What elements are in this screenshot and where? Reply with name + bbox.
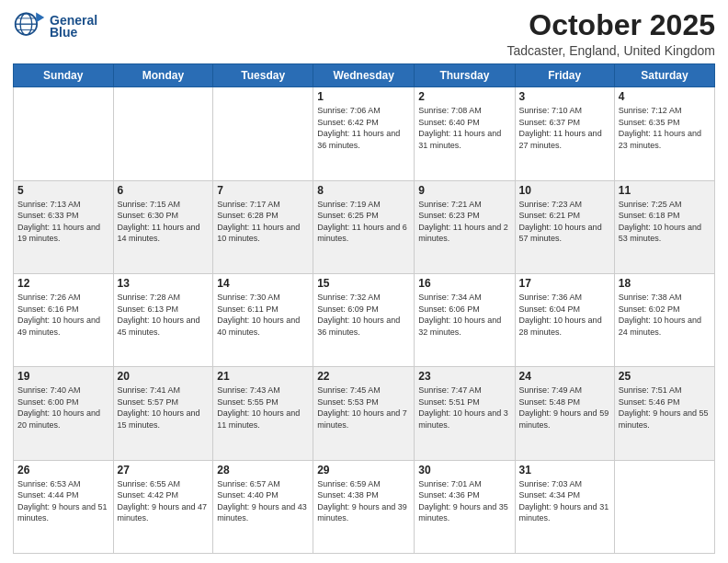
calendar-cell: 7Sunrise: 7:17 AMSunset: 6:28 PMDaylight… bbox=[213, 180, 313, 273]
col-thursday: Thursday bbox=[415, 64, 515, 87]
day-number: 17 bbox=[519, 277, 610, 290]
col-monday: Monday bbox=[113, 64, 213, 87]
day-number: 12 bbox=[17, 277, 109, 290]
day-number: 3 bbox=[519, 90, 610, 103]
calendar-cell: 22Sunrise: 7:45 AMSunset: 5:53 PMDayligh… bbox=[313, 367, 415, 460]
calendar-cell bbox=[113, 87, 213, 180]
day-number: 7 bbox=[217, 184, 309, 197]
day-info: Sunrise: 6:57 AMSunset: 4:40 PMDaylight:… bbox=[217, 478, 309, 524]
calendar-cell: 11Sunrise: 7:25 AMSunset: 6:18 PMDayligh… bbox=[614, 180, 714, 273]
day-info: Sunrise: 7:43 AMSunset: 5:55 PMDaylight:… bbox=[217, 385, 309, 431]
day-info: Sunrise: 7:26 AMSunset: 6:16 PMDaylight:… bbox=[17, 292, 109, 338]
header: General Blue October 2025 Tadcaster, Eng… bbox=[13, 9, 715, 58]
day-info: Sunrise: 6:53 AMSunset: 4:44 PMDaylight:… bbox=[17, 478, 109, 524]
calendar-cell: 1Sunrise: 7:06 AMSunset: 6:42 PMDaylight… bbox=[313, 87, 415, 180]
day-number: 5 bbox=[17, 184, 109, 197]
month-title: October 2025 bbox=[507, 9, 715, 41]
calendar-cell: 9Sunrise: 7:21 AMSunset: 6:23 PMDaylight… bbox=[415, 180, 515, 273]
day-info: Sunrise: 7:06 AMSunset: 6:42 PMDaylight:… bbox=[317, 105, 410, 151]
calendar-cell bbox=[213, 87, 313, 180]
day-number: 1 bbox=[317, 90, 410, 103]
calendar-header-row: Sunday Monday Tuesday Wednesday Thursday… bbox=[14, 64, 715, 87]
calendar-cell: 20Sunrise: 7:41 AMSunset: 5:57 PMDayligh… bbox=[113, 367, 213, 460]
day-info: Sunrise: 7:28 AMSunset: 6:13 PMDaylight:… bbox=[118, 292, 210, 338]
day-info: Sunrise: 7:15 AMSunset: 6:30 PMDaylight:… bbox=[118, 199, 210, 245]
day-info: Sunrise: 7:25 AMSunset: 6:18 PMDaylight:… bbox=[619, 199, 711, 245]
calendar-cell: 2Sunrise: 7:08 AMSunset: 6:40 PMDaylight… bbox=[415, 87, 515, 180]
day-number: 24 bbox=[519, 370, 610, 383]
col-tuesday: Tuesday bbox=[213, 64, 313, 87]
location: Tadcaster, England, United Kingdom bbox=[507, 43, 715, 58]
day-info: Sunrise: 7:17 AMSunset: 6:28 PMDaylight:… bbox=[217, 199, 309, 245]
calendar-cell: 13Sunrise: 7:28 AMSunset: 6:13 PMDayligh… bbox=[113, 273, 213, 366]
day-number: 21 bbox=[217, 370, 309, 383]
logo-icon bbox=[13, 9, 46, 42]
day-info: Sunrise: 7:23 AMSunset: 6:21 PMDaylight:… bbox=[519, 199, 610, 245]
day-info: Sunrise: 7:30 AMSunset: 6:11 PMDaylight:… bbox=[217, 292, 309, 338]
day-number: 19 bbox=[17, 370, 109, 383]
day-number: 23 bbox=[418, 370, 510, 383]
col-sunday: Sunday bbox=[14, 64, 114, 87]
day-number: 22 bbox=[317, 370, 410, 383]
calendar-cell: 18Sunrise: 7:38 AMSunset: 6:02 PMDayligh… bbox=[614, 273, 714, 366]
page: General Blue October 2025 Tadcaster, Eng… bbox=[0, 0, 728, 563]
day-number: 25 bbox=[619, 370, 711, 383]
day-info: Sunrise: 7:01 AMSunset: 4:36 PMDaylight:… bbox=[418, 478, 510, 524]
day-number: 29 bbox=[317, 464, 410, 477]
day-info: Sunrise: 7:38 AMSunset: 6:02 PMDaylight:… bbox=[619, 292, 711, 338]
calendar-cell: 21Sunrise: 7:43 AMSunset: 5:55 PMDayligh… bbox=[213, 367, 313, 460]
col-saturday: Saturday bbox=[614, 64, 714, 87]
day-number: 31 bbox=[519, 464, 610, 477]
day-number: 8 bbox=[317, 184, 410, 197]
calendar-cell: 17Sunrise: 7:36 AMSunset: 6:04 PMDayligh… bbox=[515, 273, 614, 366]
calendar-cell: 24Sunrise: 7:49 AMSunset: 5:48 PMDayligh… bbox=[515, 367, 614, 460]
calendar-table: Sunday Monday Tuesday Wednesday Thursday… bbox=[13, 63, 715, 554]
day-number: 27 bbox=[118, 464, 210, 477]
day-info: Sunrise: 7:41 AMSunset: 5:57 PMDaylight:… bbox=[118, 385, 210, 431]
day-number: 30 bbox=[418, 464, 510, 477]
day-number: 6 bbox=[118, 184, 210, 197]
day-number: 16 bbox=[418, 277, 510, 290]
logo-text: General Blue bbox=[50, 13, 97, 40]
calendar-cell: 14Sunrise: 7:30 AMSunset: 6:11 PMDayligh… bbox=[213, 273, 313, 366]
day-number: 2 bbox=[418, 90, 510, 103]
day-number: 10 bbox=[519, 184, 610, 197]
calendar-cell: 31Sunrise: 7:03 AMSunset: 4:34 PMDayligh… bbox=[515, 460, 614, 553]
day-info: Sunrise: 7:40 AMSunset: 6:00 PMDaylight:… bbox=[17, 385, 109, 431]
calendar-cell: 23Sunrise: 7:47 AMSunset: 5:51 PMDayligh… bbox=[415, 367, 515, 460]
day-number: 15 bbox=[317, 277, 410, 290]
day-info: Sunrise: 6:59 AMSunset: 4:38 PMDaylight:… bbox=[317, 478, 410, 524]
calendar-cell: 25Sunrise: 7:51 AMSunset: 5:46 PMDayligh… bbox=[614, 367, 714, 460]
day-info: Sunrise: 7:21 AMSunset: 6:23 PMDaylight:… bbox=[418, 199, 510, 245]
day-info: Sunrise: 7:36 AMSunset: 6:04 PMDaylight:… bbox=[519, 292, 610, 338]
calendar-cell: 26Sunrise: 6:53 AMSunset: 4:44 PMDayligh… bbox=[14, 460, 114, 553]
day-info: Sunrise: 7:13 AMSunset: 6:33 PMDaylight:… bbox=[17, 199, 109, 245]
day-info: Sunrise: 6:55 AMSunset: 4:42 PMDaylight:… bbox=[118, 478, 210, 524]
day-number: 26 bbox=[17, 464, 109, 477]
day-number: 4 bbox=[619, 90, 711, 103]
calendar-cell: 19Sunrise: 7:40 AMSunset: 6:00 PMDayligh… bbox=[14, 367, 114, 460]
calendar-week-row: 19Sunrise: 7:40 AMSunset: 6:00 PMDayligh… bbox=[14, 367, 715, 460]
calendar-cell: 3Sunrise: 7:10 AMSunset: 6:37 PMDaylight… bbox=[515, 87, 614, 180]
calendar-week-row: 1Sunrise: 7:06 AMSunset: 6:42 PMDaylight… bbox=[14, 87, 715, 180]
col-friday: Friday bbox=[515, 64, 614, 87]
day-info: Sunrise: 7:19 AMSunset: 6:25 PMDaylight:… bbox=[317, 199, 410, 245]
calendar-cell: 5Sunrise: 7:13 AMSunset: 6:33 PMDaylight… bbox=[14, 180, 114, 273]
day-number: 20 bbox=[118, 370, 210, 383]
calendar-cell: 27Sunrise: 6:55 AMSunset: 4:42 PMDayligh… bbox=[113, 460, 213, 553]
logo: General Blue bbox=[13, 9, 97, 42]
col-wednesday: Wednesday bbox=[313, 64, 415, 87]
title-block: October 2025 Tadcaster, England, United … bbox=[507, 9, 715, 58]
calendar-cell: 12Sunrise: 7:26 AMSunset: 6:16 PMDayligh… bbox=[14, 273, 114, 366]
day-info: Sunrise: 7:49 AMSunset: 5:48 PMDaylight:… bbox=[519, 385, 610, 431]
calendar-cell: 16Sunrise: 7:34 AMSunset: 6:06 PMDayligh… bbox=[415, 273, 515, 366]
day-number: 13 bbox=[118, 277, 210, 290]
calendar-cell: 10Sunrise: 7:23 AMSunset: 6:21 PMDayligh… bbox=[515, 180, 614, 273]
calendar-week-row: 5Sunrise: 7:13 AMSunset: 6:33 PMDaylight… bbox=[14, 180, 715, 273]
calendar-week-row: 12Sunrise: 7:26 AMSunset: 6:16 PMDayligh… bbox=[14, 273, 715, 366]
day-info: Sunrise: 7:45 AMSunset: 5:53 PMDaylight:… bbox=[317, 385, 410, 431]
calendar-cell: 8Sunrise: 7:19 AMSunset: 6:25 PMDaylight… bbox=[313, 180, 415, 273]
day-number: 9 bbox=[418, 184, 510, 197]
calendar-cell bbox=[614, 460, 714, 553]
day-info: Sunrise: 7:51 AMSunset: 5:46 PMDaylight:… bbox=[619, 385, 711, 431]
